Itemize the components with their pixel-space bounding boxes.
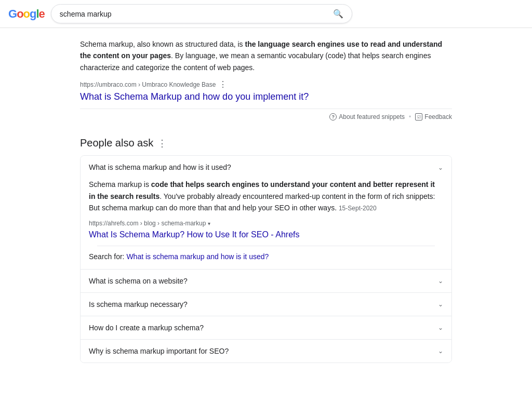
google-logo: Google <box>8 7 45 21</box>
paa-question-row-expanded[interactable]: What is schema markup and how is it used… <box>81 156 451 179</box>
paa-header: People also ask ⋮ <box>80 137 452 149</box>
paa-answer-link[interactable]: What Is Schema Markup? How to Use It for… <box>89 230 443 239</box>
paa-question-text-2: What is schema on a website? <box>89 277 188 285</box>
about-snippets-text: About featured snippets <box>339 113 405 120</box>
source-url: https://umbraco.com › Umbraco Knowledge … <box>80 81 216 88</box>
snippet-source: https://umbraco.com › Umbraco Knowledge … <box>80 79 452 89</box>
search-bar-container: 🔍 <box>51 4 352 23</box>
paa-question-row-5[interactable]: Why is schema markup important for SEO? … <box>81 340 451 362</box>
paa-chevron-up: ⌃ <box>438 164 443 171</box>
paa-item-2: What is schema on a website? ⌄ <box>81 270 451 293</box>
featured-snippet: Schema markup, also known as structured … <box>80 38 452 125</box>
search-bar: 🔍 <box>51 4 352 23</box>
source-dropdown-icon[interactable]: ▾ <box>208 221 210 226</box>
paa-answer: Schema markup is code that helps search … <box>81 179 451 269</box>
search-input[interactable] <box>60 10 333 18</box>
question-icon: ? <box>329 113 337 120</box>
snippet-text: Schema markup, also known as structured … <box>80 38 452 73</box>
search-for-label: Search for: <box>89 252 126 261</box>
snippet-title-link[interactable]: What is Schema Markup and how do you imp… <box>80 91 452 102</box>
feedback-icon: ☑ <box>415 113 422 120</box>
paa-title: People also ask <box>80 137 153 149</box>
snippet-text-before: Schema markup, also known as structured … <box>80 40 245 48</box>
paa-answer-source: https://ahrefs.com › blog › schema-marku… <box>89 220 443 227</box>
paa-chevron-4: ⌄ <box>438 324 443 331</box>
paa-chevron-3: ⌄ <box>438 301 443 308</box>
paa-more-icon[interactable]: ⋮ <box>157 138 167 149</box>
feedback-text: Feedback <box>424 113 452 120</box>
paa-question-row-2[interactable]: What is schema on a website? ⌄ <box>81 270 451 292</box>
paa-item-5: Why is schema markup important for SEO? … <box>81 340 451 362</box>
main-content: Schema markup, also known as structured … <box>0 28 532 373</box>
paa-question-text-5: Why is schema markup important for SEO? <box>89 347 229 355</box>
paa-answer-date: 15-Sept-2020 <box>339 205 377 212</box>
paa-question-row-4[interactable]: How do I create a markup schema? ⌄ <box>81 316 451 339</box>
paa-items: What is schema markup and how is it used… <box>80 155 452 363</box>
paa-item-4: How do I create a markup schema? ⌄ <box>81 316 451 340</box>
snippet-footer: ? About featured snippets • ☑ Feedback <box>80 109 452 125</box>
paa-item-expanded: What is schema markup and how is it used… <box>81 156 451 270</box>
paa-chevron-2: ⌄ <box>438 277 443 285</box>
paa-divider <box>97 246 435 246</box>
footer-separator: • <box>409 113 411 120</box>
paa-question-text-4: How do I create a markup schema? <box>89 324 204 332</box>
paa-question-text-1: What is schema markup and how is it used… <box>89 163 231 171</box>
page-wrapper: Google 🔍 Schema markup, also known as st… <box>0 0 532 373</box>
paa-answer-before-bold: Schema markup is <box>89 180 151 189</box>
paa-question-text-3: Is schema markup necessary? <box>89 300 188 308</box>
search-icon[interactable]: 🔍 <box>333 9 343 19</box>
more-options-icon[interactable]: ⋮ <box>219 79 227 89</box>
paa-chevron-5: ⌄ <box>438 347 443 355</box>
about-snippets-link[interactable]: ? About featured snippets <box>329 113 405 120</box>
paa-search-for: Search for: What is schema markup and ho… <box>89 252 443 261</box>
paa-answer-text: Schema markup is code that helps search … <box>89 179 443 213</box>
paa-answer-source-url: https://ahrefs.com › blog › schema-marku… <box>89 220 206 227</box>
feedback-link[interactable]: ☑ Feedback <box>415 113 452 120</box>
search-for-link[interactable]: What is schema markup and how is it used… <box>126 252 269 261</box>
paa-item-3: Is schema markup necessary? ⌄ <box>81 293 451 316</box>
paa-question-row-3[interactable]: Is schema markup necessary? ⌄ <box>81 293 451 316</box>
paa-section: People also ask ⋮ What is schema markup … <box>80 137 452 363</box>
top-bar: Google 🔍 <box>0 0 532 28</box>
